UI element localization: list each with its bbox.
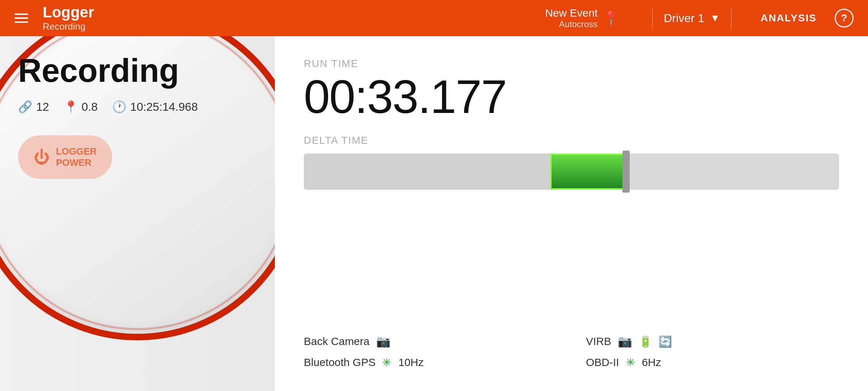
- bluetooth-gps-label: Bluetooth GPS: [304, 356, 375, 369]
- driver-name: Driver 1: [664, 12, 704, 25]
- run-time-label: RUN TIME: [304, 58, 839, 70]
- header-event-section: New Event Autocross 📍: [545, 7, 620, 29]
- bluetooth-gps-hz: 10Hz: [398, 356, 424, 369]
- obd-label: OBD-II: [586, 356, 619, 369]
- recording-stats: 🔗 12 📍 0.8 🕐 10:25:14.968: [18, 100, 257, 114]
- location-icon: 📍: [603, 10, 620, 26]
- app-logo: Logger Recording: [43, 4, 545, 32]
- logger-power-label: LOGGERPOWER: [56, 146, 97, 168]
- clock-icon: 🕐: [112, 100, 127, 114]
- driver-selector[interactable]: Driver 1 ▼: [664, 12, 720, 25]
- bluetooth-gps-status: Bluetooth GPS ✳ 10Hz: [304, 356, 557, 369]
- main-content: Recording 🔗 12 📍 0.8 🕐 10:25:14.968 ⏻ LO…: [0, 36, 868, 391]
- run-time-value: 00:33.177: [304, 73, 839, 120]
- recording-title: Recording: [18, 54, 257, 87]
- virb-sync-icon: 🔄: [659, 335, 672, 348]
- app-title: Logger: [43, 4, 545, 21]
- obd-hz: 6Hz: [642, 356, 661, 369]
- menu-button[interactable]: [14, 13, 28, 23]
- time-value: 10:25:14.968: [130, 100, 198, 114]
- left-panel: Recording 🔗 12 📍 0.8 🕐 10:25:14.968 ⏻ LO…: [0, 36, 275, 391]
- delta-bar-right: [625, 154, 839, 190]
- distance-value: 0.8: [82, 100, 98, 114]
- back-camera-status: Back Camera 📷: [304, 335, 557, 348]
- bluetooth-gps-icon: ✳: [382, 356, 392, 369]
- distance-stat: 📍 0.8: [64, 100, 98, 114]
- logger-power-button[interactable]: ⏻ LOGGERPOWER: [18, 135, 112, 179]
- event-type: Autocross: [545, 19, 597, 29]
- virb-status: VIRB 📷 🔋 🔄: [586, 335, 839, 348]
- header-divider: [652, 7, 653, 29]
- right-panel: RUN TIME 00:33.177 DELTA TIME Back Camer…: [275, 36, 868, 391]
- power-icon: ⏻: [34, 148, 50, 166]
- left-content: Recording 🔗 12 📍 0.8 🕐 10:25:14.968 ⏻ LO…: [0, 36, 275, 197]
- delta-bar-handle: [622, 151, 630, 193]
- distance-icon: 📍: [64, 100, 78, 114]
- app-header: Logger Recording New Event Autocross 📍 D…: [0, 0, 868, 36]
- delta-time-label: DELTA TIME: [304, 135, 839, 146]
- virb-label: VIRB: [586, 335, 611, 348]
- delta-time-section: DELTA TIME: [304, 135, 839, 190]
- dropdown-arrow-icon: ▼: [710, 12, 720, 24]
- signal-count: 12: [36, 100, 49, 114]
- obd-bluetooth-icon: ✳: [626, 356, 635, 369]
- obd-status: OBD-II ✳ 6Hz: [586, 356, 839, 369]
- status-section: Back Camera 📷 VIRB 📷 🔋 🔄 Bluetooth GPS ✳…: [304, 335, 839, 369]
- signal-stat: 🔗 12: [18, 100, 49, 114]
- delta-bar-indicator: [550, 154, 625, 190]
- help-button[interactable]: ?: [835, 9, 854, 28]
- virb-battery-icon: 🔋: [639, 335, 652, 348]
- time-stat: 🕐 10:25:14.968: [112, 100, 198, 114]
- delta-bar: [304, 154, 839, 190]
- event-info: New Event Autocross: [545, 7, 597, 29]
- event-name: New Event: [545, 7, 597, 19]
- delta-bar-left: [304, 154, 561, 190]
- analysis-button[interactable]: ANALYSIS: [761, 12, 817, 24]
- run-time-section: RUN TIME 00:33.177: [304, 58, 839, 120]
- back-camera-icon: 📷: [376, 335, 391, 348]
- header-divider-2: [731, 7, 732, 29]
- virb-camera-icon: 📷: [618, 335, 632, 348]
- signal-icon: 🔗: [18, 100, 33, 114]
- app-subtitle: Recording: [43, 21, 545, 32]
- back-camera-label: Back Camera: [304, 335, 370, 348]
